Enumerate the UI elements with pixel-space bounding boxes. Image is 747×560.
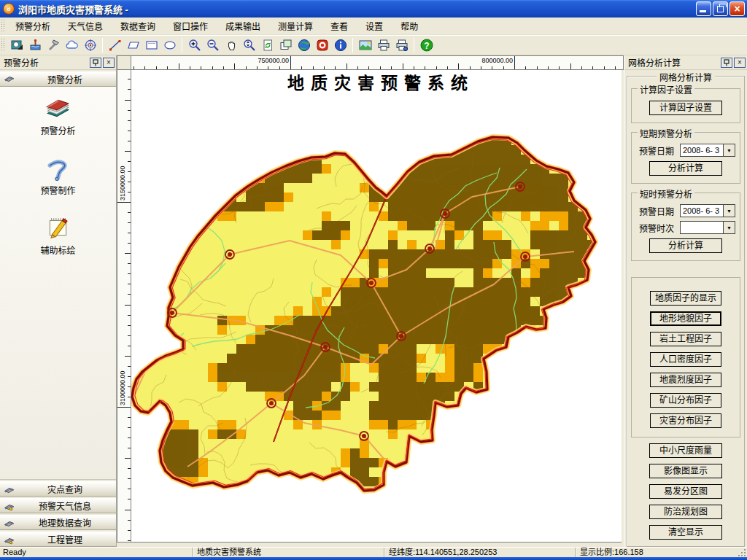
left-section-4[interactable]: 工程管理 <box>0 532 116 547</box>
ruler-tick <box>117 202 131 203</box>
geo-factor-display-button[interactable]: 地质因子的显示 <box>650 291 721 306</box>
short-time-time-combo[interactable]: ▼ <box>680 221 735 234</box>
ruler-tick <box>128 233 131 233</box>
refresh-button[interactable] <box>258 36 276 54</box>
left-panel-title: 预警分析 <box>4 56 88 69</box>
map-select-button[interactable] <box>8 36 26 54</box>
rectangle-button[interactable] <box>142 36 160 54</box>
ruler-tick <box>125 151 131 152</box>
resize-grip[interactable] <box>738 548 746 556</box>
zoom-out-button[interactable] <box>204 36 222 54</box>
right-panel-pin-button[interactable] <box>721 58 732 68</box>
left-item-1[interactable]: 预警分析 <box>40 94 75 136</box>
ruler-corner <box>117 55 131 70</box>
menu-item-3[interactable]: 数据查询 <box>113 18 163 34</box>
short-time-analyze-button[interactable]: 分析计算 <box>649 238 722 253</box>
chevron-down-icon[interactable]: ▼ <box>723 144 735 156</box>
menu-grip[interactable] <box>1 20 5 31</box>
title-bar[interactable]: d 浏阳市地质灾害预警系统 - × <box>0 0 747 18</box>
svg-text:?: ? <box>424 41 429 51</box>
map-canvas[interactable]: 地质灾害预警系统 <box>131 70 622 542</box>
layers-button[interactable] <box>276 36 295 54</box>
ruler-tick <box>290 56 291 69</box>
stamp-button[interactable] <box>26 36 44 54</box>
left-item-3[interactable]: 辅助标绘 <box>40 214 75 256</box>
right-panel-close-button[interactable]: × <box>734 58 746 68</box>
ruler-tick <box>128 171 131 172</box>
left-section-2[interactable]: 预警天气信息 <box>0 498 116 513</box>
line-button[interactable] <box>106 36 124 54</box>
pan-button[interactable] <box>222 36 240 54</box>
extra-button-1[interactable]: 中小尺度雨量 <box>649 443 722 458</box>
ruler-tick <box>234 63 235 69</box>
factor-button-2[interactable]: 岩土工程因子 <box>650 332 721 346</box>
hammer-button[interactable] <box>44 36 63 54</box>
chevron-down-icon[interactable]: ▼ <box>723 222 735 233</box>
menu-item-4[interactable]: 窗口操作 <box>166 18 215 34</box>
ruler-tick <box>128 263 131 264</box>
menu-item-2[interactable]: 天气信息 <box>61 18 110 34</box>
left-panel-close-button[interactable]: × <box>103 58 115 68</box>
factor-button-5[interactable]: 矿山分布因子 <box>650 393 721 408</box>
left-panel-pin-button[interactable] <box>90 58 101 68</box>
left-item-2[interactable]: 预警制作 <box>40 154 75 196</box>
ruler-tick <box>492 66 492 70</box>
toolbar-grip[interactable] <box>1 39 5 52</box>
active-section-label: 预警分析 <box>17 73 113 85</box>
extra-button-2[interactable]: 影像图显示 <box>649 464 722 478</box>
extra-button-3[interactable]: 易发分区图 <box>649 484 722 499</box>
short-time-date-combo[interactable]: 2008- 6- 3 ▼ <box>680 204 735 217</box>
zoom-in-button[interactable] <box>185 36 204 54</box>
menu-item-7[interactable]: 查看 <box>323 18 355 34</box>
menu-item-5[interactable]: 成果输出 <box>218 18 268 34</box>
left-section-1[interactable]: 灾点查询 <box>0 481 116 497</box>
calc-factor-settings-button[interactable]: 计算因子设置 <box>649 101 722 115</box>
ruler-label: 800000.00 <box>462 57 513 64</box>
ruler-tick <box>125 305 131 306</box>
ruler-tick <box>559 66 560 70</box>
factor-button-1[interactable]: 地形地貌因子 <box>650 311 721 326</box>
ruler-tick <box>128 161 131 162</box>
extra-button-4[interactable]: 防治规划图 <box>649 505 722 519</box>
ruler-label: 3100000.00 <box>119 359 126 405</box>
ruler-tick <box>128 417 131 418</box>
menu-item-9[interactable]: 帮助 <box>393 18 425 34</box>
image-button[interactable] <box>356 36 374 54</box>
left-panel-sections: 灾点查询预警天气信息地理数据查询工程管理 <box>0 480 116 547</box>
short-term-analyze-button[interactable]: 分析计算 <box>649 161 722 176</box>
extra-button-5[interactable]: 清空显示 <box>649 525 722 540</box>
project-mgmt-icon <box>3 534 15 545</box>
ruler-tick <box>391 66 392 70</box>
print-setup-button[interactable] <box>392 36 411 54</box>
grid-analysis-group-caption: 网格分析计算 <box>657 71 715 83</box>
chevron-down-icon[interactable]: ▼ <box>723 205 735 217</box>
ruler-tick <box>212 66 213 70</box>
ellipse-button[interactable] <box>160 36 179 54</box>
left-panel-active-section[interactable]: 预警分析 <box>0 71 116 87</box>
ruler-tick <box>156 66 157 70</box>
left-section-3[interactable]: 地理数据查询 <box>0 515 116 530</box>
menu-item-8[interactable]: 设置 <box>358 18 390 34</box>
stop-button[interactable] <box>313 36 331 54</box>
close-button[interactable]: × <box>729 1 745 16</box>
factor-button-4[interactable]: 地震烈度因子 <box>650 373 721 387</box>
menu-item-6[interactable]: 测量计算 <box>271 18 320 34</box>
ruler-tick <box>447 66 448 70</box>
help-button[interactable]: ? <box>417 36 436 54</box>
factor-button-3[interactable]: 人口密度因子 <box>650 352 721 367</box>
cloud-button[interactable] <box>63 36 81 54</box>
ruler-tick <box>368 66 369 70</box>
restore-button[interactable] <box>713 1 728 16</box>
short-term-date-combo[interactable]: 2008- 6- 3 ▼ <box>680 144 735 157</box>
menu-items: 预警分析天气信息数据查询窗口操作成果输出测量计算查看设置帮助 <box>8 18 428 34</box>
info-button[interactable] <box>331 36 349 54</box>
menu-item-1[interactable]: 预警分析 <box>8 18 58 34</box>
ruler-tick <box>604 66 605 70</box>
zoom-extent-button[interactable] <box>240 36 258 54</box>
minimize-button[interactable] <box>696 1 711 16</box>
polygon-button[interactable] <box>124 36 142 54</box>
factor-button-6[interactable]: 灾害分布因子 <box>650 413 721 428</box>
target-button[interactable] <box>81 36 99 54</box>
globe-button[interactable] <box>295 36 313 54</box>
print-button[interactable] <box>374 36 392 54</box>
